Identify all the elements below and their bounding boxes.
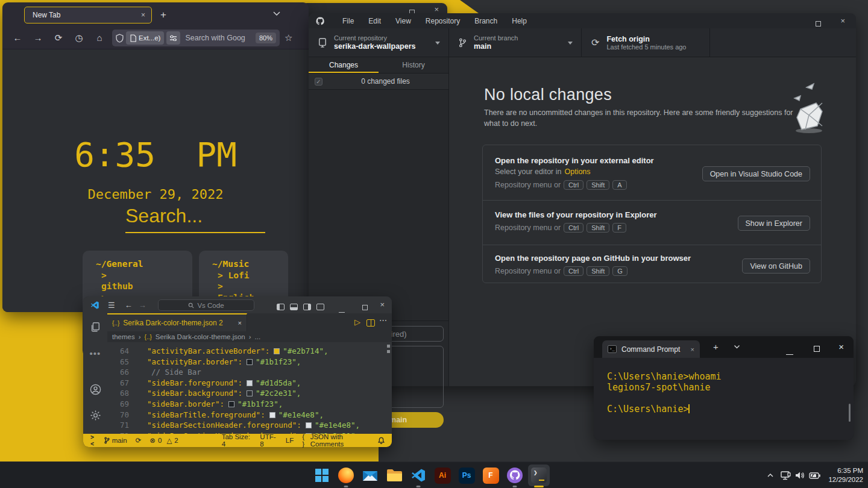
scrollbar[interactable] [849,404,851,422]
back-icon[interactable]: ← [125,301,133,310]
firefox-startpage: 6:35 PM December 29, 2022 ~/General > gi… [2,49,309,312]
new-tab-button[interactable]: + [713,342,719,352]
url-placeholder-text[interactable]: Search with Goog [185,34,256,42]
code-editor[interactable]: 64"activityBar.activeBorder":"#e2b714", … [107,342,392,434]
taskbar-fusion360[interactable]: F [479,462,503,488]
tab-close-icon[interactable]: × [238,319,242,327]
tray-clock[interactable]: 6:35 PM 12/29/2022 [828,466,863,484]
taskbar-firefox[interactable] [334,462,358,488]
startpage-date: December 29, 2022 [2,187,309,202]
github-logo-icon [316,17,324,25]
menu-file[interactable]: File [342,17,354,25]
taskbar-illustrator[interactable]: Ai [430,462,454,488]
sync-icon[interactable]: ⟳ [136,436,142,445]
maximize-icon[interactable] [814,343,820,354]
tab-dropdown-chevron-icon[interactable] [734,345,740,349]
toggle-panel-icon[interactable] [290,302,298,313]
menu-edit[interactable]: Edit [368,17,381,25]
encoding-indicator[interactable]: UTF-8 [260,433,277,448]
bookmark-star-icon[interactable]: ☆ [285,33,292,43]
open-in-vscode-button[interactable]: Open in Visual Studio Code [702,166,810,181]
explorer-icon[interactable] [90,322,101,333]
tab-list-chevron-icon[interactable] [272,11,281,16]
close-icon[interactable]: × [380,301,385,308]
taskbar-explorer[interactable] [382,462,406,488]
account-icon[interactable] [90,384,101,395]
hamburger-menu-icon[interactable]: ☰ [108,301,115,310]
taskbar-github-desktop[interactable] [503,462,527,488]
remote-icon[interactable]: >< [90,434,96,447]
toggle-sidebar-icon[interactable] [277,302,285,313]
breadcrumb[interactable]: themes› {..} Serika Dark-color-theme.jso… [112,331,392,342]
tab-size-indicator[interactable]: Tab Size: 4 [222,433,252,448]
minimize-icon[interactable] [786,346,793,357]
battery-icon[interactable] [809,472,820,479]
tab-history[interactable]: History [379,57,448,73]
settings-gear-icon[interactable] [90,410,101,421]
current-repository-dropdown[interactable]: Current repository serika-dark-wallpaper… [309,28,449,57]
fetch-origin-button[interactable]: ⟳ Fetch origin Last fetched 5 minutes ag… [582,28,710,57]
startpage-search-input[interactable] [125,205,265,233]
close-icon[interactable]: × [434,5,439,13]
taskbar-photoshop[interactable]: Ps [454,462,479,488]
close-icon[interactable]: × [840,17,845,25]
network-icon[interactable] [781,471,791,480]
more-views-icon[interactable]: ••• [90,348,101,358]
tab-changes[interactable]: Changes [309,57,379,73]
tab-close-icon[interactable]: × [691,346,694,353]
branch-icon [459,38,467,48]
problems-indicator[interactable]: ⊗0 △2 [149,436,178,445]
volume-icon[interactable] [795,471,805,480]
github-toolbar: Current repository serika-dark-wallpaper… [309,28,856,57]
terminal-content[interactable]: C:\Users\hanie>whoami legions7-spot\hani… [594,358,854,440]
tab-command-prompt[interactable]: ›_ Command Prompt × [602,340,700,358]
options-link[interactable]: Options [564,167,590,176]
zoom-level-badge[interactable]: 80% [256,33,276,43]
split-editor-icon[interactable] [366,318,375,329]
more-actions-icon[interactable]: ⋯ [379,316,387,325]
color-swatch [247,390,253,396]
eol-indicator[interactable]: LF [286,437,294,444]
forward-icon[interactable]: → [28,33,48,43]
extension-chip[interactable]: Ext...e) [126,31,164,45]
menu-help[interactable]: Help [512,17,527,25]
menu-view[interactable]: View [395,17,411,25]
menu-branch[interactable]: Branch [474,17,497,25]
back-icon[interactable]: ← [7,33,28,43]
search-icon [188,302,194,308]
shield-icon[interactable] [116,34,124,43]
notifications-bell-icon[interactable] [378,437,385,444]
browser-tab[interactable]: New Tab × [24,7,152,23]
card-title: ~/General [96,258,192,270]
language-indicator[interactable]: { } JSON with Comments [302,433,370,448]
taskbar-mail[interactable] [358,462,382,488]
show-in-explorer-button[interactable]: Show in Explorer [738,216,811,231]
tray-chevron-up-icon[interactable] [767,473,774,478]
bookmark-link[interactable]: > Lofi [212,270,288,281]
taskbar-terminal-active[interactable]: ❯ [527,462,551,488]
maximize-icon[interactable] [816,18,821,29]
history-icon[interactable]: ◷ [69,33,89,43]
bookmark-link[interactable]: github [96,281,192,292]
toggle-secondary-sidebar-icon[interactable] [303,302,311,313]
reload-icon[interactable]: ⟳ [48,33,69,43]
new-tab-button[interactable]: + [160,9,166,21]
close-icon[interactable]: × [838,342,844,352]
run-icon[interactable]: ▷ [354,318,360,327]
view-on-github-button[interactable]: View on GitHub [742,258,810,274]
customize-layout-icon[interactable] [316,302,324,313]
select-all-checkbox[interactable]: ✓ [315,78,322,86]
forward-icon[interactable]: → [139,301,146,310]
branch-indicator[interactable]: main [104,437,127,444]
taskbar-vscode[interactable] [406,462,430,488]
tab-serika-theme-json[interactable]: {..} Serika Dark-color-theme.json 2 × [107,313,247,331]
menu-repository[interactable]: Repository [426,17,460,25]
command-center-search[interactable]: Vs Code [158,299,254,311]
url-bar[interactable]: Ext...e) Search with Goog 80% [112,30,280,46]
permissions-toggle-icon[interactable] [166,31,180,45]
current-branch-dropdown[interactable]: Current branch main [449,28,582,57]
tab-close-icon[interactable]: × [141,11,145,19]
home-icon[interactable]: ⌂ [89,33,110,43]
start-button[interactable] [310,462,334,488]
maximize-icon[interactable] [362,302,368,313]
